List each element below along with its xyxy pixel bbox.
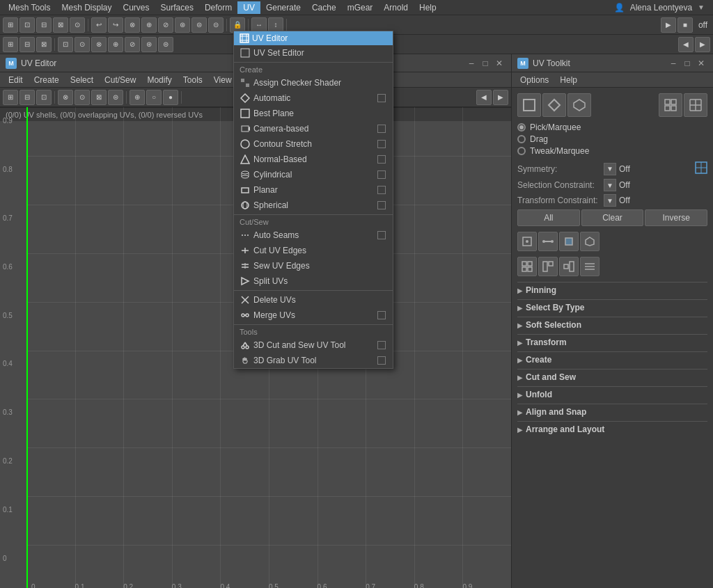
toolbar-btn-r1[interactable]: ▶ [661, 17, 676, 33]
symmetry-dropdown[interactable]: ▼ [604, 163, 616, 175]
dropdown-3d-grab-tool[interactable]: 3D Grab UV Tool [234, 353, 393, 368]
uv-menu-edit[interactable]: Edit [3, 74, 29, 86]
shape-icon-3d[interactable] [567, 93, 591, 117]
section-transform[interactable]: ▶ Transform [517, 334, 707, 350]
menu-generate[interactable]: Generate [260, 1, 306, 14]
dropdown-sew-uv-edges[interactable]: Sew UV Edges [234, 258, 393, 273]
menu-cache[interactable]: Cache [306, 1, 342, 14]
shape-icon-square[interactable] [517, 93, 541, 117]
user-menu-arrow[interactable]: ▼ [698, 3, 705, 11]
menu-deform[interactable]: Deform [199, 1, 237, 14]
selection-constraint-dropdown[interactable]: ▼ [604, 179, 616, 191]
symmetry-extra[interactable] [695, 161, 707, 176]
uv-tb-btn1[interactable]: ⊞ [3, 90, 18, 105]
all-button[interactable]: All [517, 209, 580, 226]
menu-arnold[interactable]: Arnold [378, 1, 414, 14]
toolbar2-btn-5[interactable]: ⊙ [75, 37, 90, 52]
menu-mesh-display[interactable]: Mesh Display [56, 1, 117, 14]
toolbar2-btn-10[interactable]: ⊜ [158, 37, 173, 52]
section-align-snap[interactable]: ▶ Align and Snap [517, 404, 707, 420]
sel-icon-face[interactable] [559, 232, 579, 251]
clear-button[interactable]: Clear [581, 209, 644, 226]
dropdown-automatic[interactable]: Automatic [234, 90, 393, 106]
uv-menu-select[interactable]: Select [65, 74, 99, 86]
toolbar2-btn-right2[interactable]: ▶ [695, 37, 710, 52]
uv-tb-btn5[interactable]: ⊙ [75, 90, 90, 105]
dropdown-delete-uvs[interactable]: Delete UVs [234, 292, 393, 308]
uv-tb-right1[interactable]: ◀ [476, 90, 492, 105]
shape-icon-grid4[interactable] [659, 93, 682, 117]
dropdown-split-uvs[interactable]: Split UVs [234, 273, 393, 289]
menu-uv[interactable]: UV [237, 1, 260, 14]
sel-icon-g4[interactable] [580, 257, 600, 276]
toolbar-btn-13[interactable]: ⊝ [208, 17, 224, 33]
uv-tb-btn9[interactable]: ○ [146, 90, 162, 105]
toolbar-btn-r2[interactable]: ■ [677, 17, 693, 33]
uv-menu-create[interactable]: Create [29, 74, 65, 86]
dropdown-uv-editor-header[interactable]: UV Editor [234, 31, 393, 45]
uv-toolkit-close[interactable]: ✕ [695, 57, 707, 70]
toolbar-btn-4[interactable]: ⊠ [53, 17, 68, 33]
sel-icon-g1[interactable] [517, 257, 537, 276]
uv-tb-btn3[interactable]: ⊡ [36, 90, 52, 105]
toolkit-menu-help[interactable]: Help [554, 74, 583, 86]
sel-icon-g3[interactable] [559, 257, 579, 276]
inverse-button[interactable]: Inverse [645, 209, 707, 226]
toolbar2-btn-9[interactable]: ⊛ [141, 37, 157, 52]
dropdown-3d-cut-sew-tool[interactable]: 3D Cut and Sew UV Tool [234, 337, 393, 353]
sel-icon-shell[interactable] [580, 232, 600, 251]
uv-tb-btn10[interactable]: ● [163, 90, 178, 105]
toolbar2-btn-7[interactable]: ⊕ [108, 37, 123, 52]
toolbar-btn-12[interactable]: ⊜ [191, 17, 207, 33]
uv-editor-minimize[interactable]: – [465, 57, 478, 70]
mode-pick-marquee[interactable]: Pick/Marquee [517, 122, 707, 132]
toolbar2-btn-1[interactable]: ⊞ [3, 37, 18, 52]
uv-tb-btn2[interactable]: ⊟ [19, 90, 35, 105]
menu-mgear[interactable]: mGear [342, 1, 379, 14]
dropdown-contour-stretch[interactable]: Contour Stretch [234, 136, 393, 152]
dropdown-uv-set-editor[interactable]: UV Set Editor [234, 45, 393, 61]
toolbar-btn-11[interactable]: ⊛ [175, 17, 190, 33]
uv-tb-btn6[interactable]: ⊠ [91, 90, 107, 105]
sel-icon-edge[interactable] [538, 232, 558, 251]
uv-toolkit-maximize[interactable]: □ [681, 57, 694, 70]
toolkit-menu-options[interactable]: Options [515, 74, 554, 86]
toolbar-btn-2[interactable]: ⊡ [19, 17, 35, 33]
mode-drag[interactable]: Drag [517, 134, 707, 144]
dropdown-cylindrical[interactable]: Cylindrical [234, 167, 393, 182]
dropdown-assign-checker[interactable]: Assign Checker Shader [234, 75, 393, 90]
uv-menu-tools[interactable]: Tools [178, 74, 208, 86]
shape-icon-grid-alt[interactable] [684, 93, 707, 117]
toolbar2-btn-4[interactable]: ⊡ [58, 37, 73, 52]
toolbar-btn-3[interactable]: ⊟ [36, 17, 52, 33]
uv-tb-btn7[interactable]: ⊜ [108, 90, 123, 105]
menu-mesh-tools[interactable]: Mesh Tools [3, 1, 56, 14]
section-cut-and-sew[interactable]: ▶ Cut and Sew [517, 369, 707, 385]
dropdown-spherical[interactable]: Spherical [234, 198, 393, 213]
menu-curves[interactable]: Curves [118, 1, 155, 14]
toolbar2-btn-right1[interactable]: ◀ [678, 37, 694, 52]
dropdown-auto-seams[interactable]: Auto Seams [234, 228, 393, 243]
uv-toolkit-minimize[interactable]: – [667, 57, 680, 70]
uv-tb-btn4[interactable]: ⊗ [58, 90, 73, 105]
toolbar-btn-8[interactable]: ⊗ [125, 17, 140, 33]
uv-editor-close[interactable]: ✕ [493, 57, 506, 70]
toolbar-btn-10[interactable]: ⊘ [158, 17, 173, 33]
uv-menu-cutsew[interactable]: Cut/Sew [99, 74, 141, 86]
dropdown-cut-uv-edges[interactable]: Cut UV Edges [234, 243, 393, 258]
toolbar2-btn-8[interactable]: ⊘ [125, 37, 140, 52]
menu-surfaces[interactable]: Surfaces [155, 1, 199, 14]
dropdown-normal-based[interactable]: Normal-Based [234, 152, 393, 167]
dropdown-camera-based[interactable]: Camera-based [234, 121, 393, 136]
transform-constraint-dropdown[interactable]: ▼ [604, 194, 616, 207]
dropdown-planar[interactable]: Planar [234, 182, 393, 198]
toolbar-btn-6[interactable]: ↩ [91, 17, 107, 33]
section-select-by-type[interactable]: ▶ Select By Type [517, 299, 707, 315]
toolbar-btn-9[interactable]: ⊕ [141, 17, 157, 33]
toolbar2-btn-2[interactable]: ⊟ [19, 37, 35, 52]
sel-icon-g2[interactable] [538, 257, 558, 276]
section-soft-selection[interactable]: ▶ Soft Selection [517, 317, 707, 333]
sel-icon-uv[interactable] [517, 232, 537, 251]
menu-help[interactable]: Help [414, 1, 442, 14]
shape-icon-diamond[interactable] [542, 93, 566, 117]
